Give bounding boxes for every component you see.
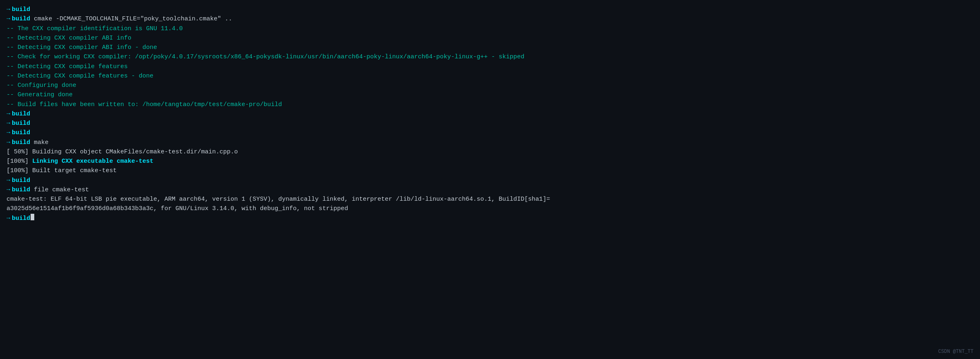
arrow-icon: → [7, 109, 10, 119]
arrow-icon: → [7, 176, 10, 185]
arrow-icon: → [7, 5, 10, 14]
terminal-line: → build [7, 176, 973, 185]
terminal-line: [100%] Built target cmake-test [7, 166, 973, 175]
arrow-icon: → [7, 14, 10, 24]
terminal-line: -- Generating done [7, 90, 973, 100]
terminal-line: -- Build files have been written to: /ho… [7, 100, 973, 109]
arrow-icon: → [7, 119, 10, 128]
prompt-build: build [12, 14, 30, 24]
cmd-text: file cmake-test [30, 185, 89, 195]
cmake-output: -- Detecting CXX compiler ABI info - don… [7, 43, 157, 52]
terminal-line: → build [7, 119, 973, 128]
arrow-icon: → [7, 138, 10, 147]
arrow-icon: → [7, 214, 10, 223]
build-progress: [ 50%] Building CXX object CMakeFiles/cm… [7, 147, 238, 157]
terminal-line: → build [7, 214, 973, 223]
terminal-line: -- Detecting CXX compile features [7, 62, 973, 71]
terminal-line: [100%] Linking CXX executable cmake-test [7, 157, 973, 166]
cmd-text: cmake -DCMAKE_TOOLCHAIN_FILE="poky_toolc… [30, 14, 232, 24]
prompt-build: build [12, 128, 30, 137]
cmake-output: -- Generating done [7, 90, 73, 100]
prompt-build: build [12, 119, 30, 128]
terminal-line: -- Check for working CXX compiler: /opt/… [7, 52, 973, 62]
cmake-output: -- Check for working CXX compiler: /opt/… [7, 52, 524, 62]
terminal-line: -- Detecting CXX compiler ABI info - don… [7, 43, 973, 52]
prompt-build: build [12, 214, 30, 223]
terminal-line: cmake-test: ELF 64-bit LSB pie executabl… [7, 195, 973, 204]
terminal-line: → build make [7, 138, 973, 147]
arrow-icon: → [7, 185, 10, 195]
cmake-output: -- Configuring done [7, 81, 76, 90]
terminal-line: → build cmake -DCMAKE_TOOLCHAIN_FILE="po… [7, 14, 973, 24]
terminal-line: → build [7, 5, 973, 14]
terminal-line: → build [7, 128, 973, 137]
terminal-line: → build [7, 109, 973, 119]
terminal-line: -- Detecting CXX compiler ABI info [7, 33, 973, 43]
terminal-line: -- The CXX compiler identification is GN… [7, 24, 973, 33]
terminal-line: [ 50%] Building CXX object CMakeFiles/cm… [7, 147, 973, 157]
prompt-build: build [12, 176, 30, 185]
file-output: cmake-test: ELF 64-bit LSB pie executabl… [7, 195, 550, 204]
cmake-output: -- Detecting CXX compile features - done [7, 71, 153, 81]
watermark: CSDN @TNT_TT [938, 348, 973, 356]
cmake-output: -- Detecting CXX compile features [7, 62, 128, 71]
terminal: → build → build cmake -DCMAKE_TOOLCHAIN_… [7, 5, 973, 223]
file-output-cont: a3025d56e1514af1b6f9af5936d0a68b343b3a3c… [7, 204, 348, 213]
terminal-line: -- Configuring done [7, 81, 973, 90]
prompt-build: build [12, 109, 30, 119]
terminal-line: a3025d56e1514af1b6f9af5936d0a68b343b3a3c… [7, 204, 973, 213]
prompt-build: build [12, 185, 30, 195]
cmake-output: -- Detecting CXX compiler ABI info [7, 33, 131, 43]
cmake-output: -- The CXX compiler identification is GN… [7, 24, 183, 33]
prompt-build: build [12, 5, 30, 14]
terminal-line: → build file cmake-test [7, 185, 973, 195]
prompt-build: build [12, 138, 30, 147]
build-progress: [100%] [7, 157, 32, 166]
cmd-text: make [30, 138, 49, 147]
build-progress: [100%] Built target cmake-test [7, 166, 117, 175]
cmake-output: -- Build files have been written to: /ho… [7, 100, 282, 109]
cursor [31, 214, 34, 220]
arrow-icon: → [7, 128, 10, 137]
terminal-line: -- Detecting CXX compile features - done [7, 71, 973, 81]
linking-text: Linking CXX executable cmake-test [32, 157, 153, 166]
